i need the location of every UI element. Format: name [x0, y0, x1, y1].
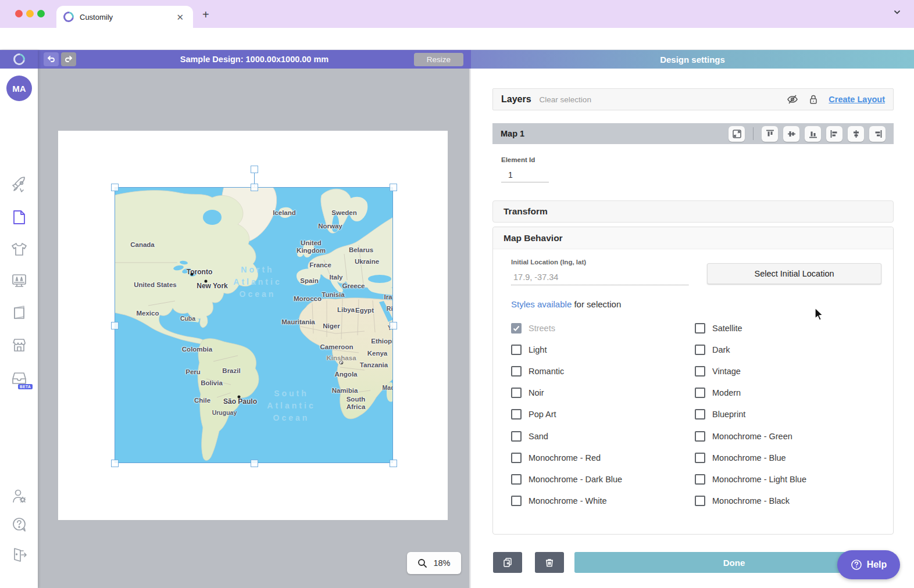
style-label: Satellite	[712, 324, 742, 333]
sidebar-item-products[interactable]	[10, 240, 28, 259]
styles-available-line: Styles available for selection	[511, 299, 621, 309]
map-label: Colombia	[182, 346, 212, 353]
clear-selection-button[interactable]: Clear selection	[540, 95, 591, 104]
sidebar-item-logout[interactable]	[10, 546, 28, 564]
align-top-button[interactable]	[762, 126, 778, 142]
browser-nav-bar: https://app.customily.com/	[0, 28, 914, 50]
checkbox-unchecked-icon	[695, 345, 705, 355]
lock-layer-icon[interactable]	[808, 94, 819, 105]
window-close-button[interactable]	[15, 10, 23, 17]
map-behavior-header[interactable]: Map Behavior	[493, 227, 893, 249]
element-id-input[interactable]	[501, 167, 549, 182]
align-right-button[interactable]	[869, 126, 886, 142]
zoom-control[interactable]: 18%	[407, 552, 461, 574]
style-checkbox-monochrome-black[interactable]: Monochrome - Black	[695, 496, 886, 506]
map-label: Angola	[335, 371, 358, 378]
checkbox-unchecked-icon	[511, 496, 522, 506]
layer-row-map1[interactable]: Map 1	[492, 123, 894, 144]
sidebar-item-orders[interactable]: BETA	[10, 368, 28, 387]
sidebar-item-getting-started[interactable]	[10, 176, 28, 195]
align-center-button[interactable]	[848, 126, 864, 142]
resize-button[interactable]: Resize	[414, 53, 463, 66]
new-tab-button[interactable]: +	[202, 8, 209, 21]
style-checkbox-blueprint[interactable]: Blueprint	[695, 409, 886, 420]
style-checkbox-light[interactable]: Light	[511, 345, 695, 355]
checkbox-unchecked-icon	[511, 366, 522, 377]
window-minimize-button[interactable]	[26, 10, 34, 17]
style-checkbox-modern[interactable]: Modern	[695, 388, 886, 398]
styles-available-link[interactable]: Styles available	[511, 299, 572, 309]
map-label: São Paulo	[223, 397, 257, 406]
style-checkbox-dark[interactable]: Dark	[695, 345, 886, 355]
map-label: Namibia	[332, 387, 358, 395]
checkbox-unchecked-icon	[511, 474, 522, 485]
style-checkbox-streets[interactable]: Streets	[511, 323, 695, 334]
sidebar-item-help[interactable]	[10, 516, 28, 535]
style-label: Dark	[712, 345, 730, 354]
help-icon	[851, 559, 862, 571]
style-checkbox-monochrome-green[interactable]: Monochrome - Green	[695, 431, 886, 442]
checkbox-unchecked-icon	[695, 323, 705, 334]
tab-list-chevron-icon[interactable]	[893, 8, 901, 18]
style-label: Monochrome - White	[529, 496, 607, 505]
artboard[interactable]: CanadaUnited StatesMexicoCubaColombiaPer…	[58, 131, 448, 520]
duplicate-element-button[interactable]	[493, 552, 522, 573]
align-left-button[interactable]	[826, 126, 842, 142]
map-label: Canada	[130, 241, 155, 249]
sidebar-item-store[interactable]	[10, 336, 28, 354]
style-checkbox-pop-art[interactable]: Pop Art	[511, 409, 695, 420]
map-label: Cameroon	[320, 343, 354, 351]
design-canvas[interactable]: CanadaUnited StatesMexicoCubaColombiaPer…	[38, 69, 471, 588]
layers-bar: Layers Clear selection Create Layout	[492, 88, 894, 110]
style-checkbox-romantic[interactable]: Romantic	[511, 366, 695, 377]
map-label: Mauritania	[281, 318, 315, 326]
style-checkbox-monochrome-dark-blue[interactable]: Monochrome - Dark Blue	[511, 474, 695, 485]
checkbox-unchecked-icon	[511, 345, 522, 355]
transform-section[interactable]: Transform	[492, 200, 894, 223]
delete-element-button[interactable]	[535, 552, 564, 573]
create-layout-link[interactable]: Create Layout	[829, 95, 885, 104]
user-avatar[interactable]: MA	[6, 76, 32, 101]
sidebar-item-account-settings[interactable]	[10, 487, 28, 505]
map-label: Norway	[318, 223, 342, 230]
align-middle-button[interactable]	[783, 126, 799, 142]
tab-close-icon[interactable]: ✕	[174, 12, 186, 23]
sidebar-item-designs[interactable]	[10, 208, 28, 227]
sidebar-item-templates[interactable]	[10, 303, 28, 322]
checkbox-unchecked-icon	[511, 431, 522, 442]
app-window: Customily ✕ + https://app.customily.com/	[0, 0, 914, 588]
city-marker	[340, 361, 344, 365]
style-checkbox-noir[interactable]: Noir	[511, 388, 695, 398]
style-label: Monochrome - Dark Blue	[529, 475, 622, 484]
map-label: Egypt	[355, 307, 374, 314]
style-checkbox-sand[interactable]: Sand	[511, 431, 695, 442]
map-label: United Kingdom	[297, 239, 326, 254]
align-bottom-button[interactable]	[805, 126, 821, 142]
fit-element-button[interactable]	[729, 126, 745, 142]
map-label: Mexico	[137, 310, 159, 317]
select-initial-location-button[interactable]: Select Initial Location	[707, 263, 881, 284]
map-label: Ye	[388, 324, 393, 331]
customily-logo-icon	[11, 51, 27, 67]
checkbox-unchecked-icon	[511, 388, 522, 398]
style-checkbox-monochrome-white[interactable]: Monochrome - White	[511, 496, 695, 506]
style-checkbox-monochrome-red[interactable]: Monochrome - Red	[511, 453, 695, 463]
window-zoom-button[interactable]	[37, 10, 45, 17]
style-checkbox-satellite[interactable]: Satellite	[695, 323, 886, 334]
initial-location-input[interactable]	[511, 269, 688, 285]
rotation-handle[interactable]	[251, 166, 258, 173]
map-label: Mada	[383, 384, 393, 391]
initial-location-label: Initial Location (lng, lat)	[511, 259, 586, 266]
rotation-line	[254, 173, 255, 188]
hide-layer-icon[interactable]	[787, 94, 798, 105]
style-checkbox-monochrome-light-blue[interactable]: Monochrome - Light Blue	[695, 474, 886, 485]
help-button[interactable]: Help	[837, 550, 900, 579]
style-checkbox-monochrome-blue[interactable]: Monochrome - Blue	[695, 453, 886, 463]
sidebar-item-mockups[interactable]	[10, 271, 28, 290]
ocean-label: South Atlantic Ocean	[267, 388, 315, 424]
style-checkbox-vintage[interactable]: Vintage	[695, 366, 886, 377]
map-element[interactable]: CanadaUnited StatesMexicoCubaColombiaPer…	[115, 187, 393, 463]
styles-grid: StreetsSatelliteLightDarkRomanticVintage…	[511, 317, 886, 512]
map-behavior-section: Map Behavior Initial Location (lng, lat)…	[492, 227, 894, 535]
browser-tab[interactable]: Customily ✕	[56, 6, 193, 28]
